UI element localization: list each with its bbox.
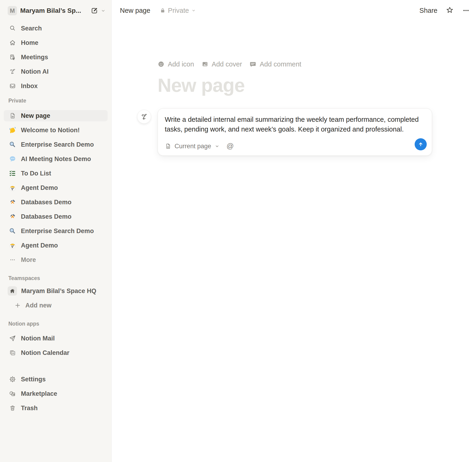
magnifier-emoji-icon bbox=[9, 227, 16, 235]
sidebar-item-label: Databases Demo bbox=[21, 199, 72, 206]
hammer-and-pick-icon bbox=[9, 198, 16, 206]
sidebar-item-agent-demo[interactable]: Agent Demo bbox=[4, 182, 108, 193]
meetings-icon bbox=[9, 53, 16, 61]
sidebar-item-databases-demo-2[interactable]: Databases Demo bbox=[4, 211, 108, 222]
sidebar-item-enterprise-search[interactable]: Enterprise Search Demo bbox=[4, 139, 108, 150]
privacy-label: Private bbox=[168, 7, 189, 14]
sidebar-item-label: Notion AI bbox=[21, 68, 49, 75]
sidebar-item-label: More bbox=[21, 256, 36, 264]
teamspaces-section-label: Teamspaces bbox=[8, 275, 111, 282]
inbox-icon bbox=[9, 82, 16, 90]
page-content: Add icon Add cover Add comment New page bbox=[111, 21, 432, 156]
search-icon bbox=[9, 25, 16, 32]
send-button[interactable] bbox=[415, 138, 427, 150]
shapes-icon bbox=[9, 390, 16, 397]
add-cover-button[interactable]: Add cover bbox=[202, 60, 242, 68]
sidebar-item-label: Trash bbox=[21, 405, 38, 412]
sidebar-item-agent-demo-2[interactable]: Agent Demo bbox=[4, 240, 108, 251]
sidebar-item-more[interactable]: More bbox=[4, 254, 108, 265]
plus-icon bbox=[15, 302, 21, 308]
add-comment-button[interactable]: Add comment bbox=[249, 60, 301, 68]
page-icon bbox=[165, 143, 171, 150]
favorite-star-icon[interactable] bbox=[446, 7, 454, 14]
sidebar-item-notion-calendar[interactable]: 26 Notion Calendar bbox=[4, 347, 108, 358]
notion-ai-face-icon bbox=[137, 110, 151, 124]
page-action-row: Add icon Add cover Add comment bbox=[158, 60, 432, 68]
sidebar-item-label: Notion Calendar bbox=[21, 349, 69, 356]
add-new-teamspace-button[interactable]: Add new bbox=[4, 300, 108, 311]
sidebar-item-notion-mail[interactable]: Notion Mail bbox=[4, 333, 108, 344]
notion-apps-section-label: Notion apps bbox=[8, 320, 111, 327]
sidebar-item-label: Welcome to Notion! bbox=[21, 127, 80, 134]
chevron-down-icon bbox=[191, 8, 196, 13]
sidebar-item-new-page[interactable]: New page bbox=[4, 110, 108, 121]
ai-prompt-area: Write a detailed internal email summariz… bbox=[158, 108, 432, 156]
ai-prompt-text[interactable]: Write a detailed internal email summariz… bbox=[165, 115, 424, 134]
sidebar-item-label: Notion Mail bbox=[21, 335, 55, 342]
more-options-icon[interactable] bbox=[462, 7, 470, 14]
sidebar-item-todo-list[interactable]: To Do List bbox=[4, 168, 108, 179]
workspace-switcher[interactable]: M Maryam Bilal’s Sp... bbox=[8, 5, 106, 16]
compose-icon[interactable] bbox=[90, 7, 98, 15]
sidebar-item-trash[interactable]: Trash bbox=[4, 403, 108, 414]
paper-plane-icon bbox=[9, 335, 16, 342]
sidebar-item-label: Enterprise Search Demo bbox=[21, 141, 94, 148]
sidebar-item-label: Enterprise Search Demo bbox=[21, 227, 94, 235]
sidebar-item-notion-ai[interactable]: Notion AI bbox=[4, 66, 108, 77]
main-area: New page Private Share bbox=[111, 0, 476, 462]
add-comment-label: Add comment bbox=[260, 60, 301, 68]
private-section-label: Private bbox=[8, 97, 111, 104]
sidebar-item-home[interactable]: Home bbox=[4, 37, 108, 48]
calendar-icon: 26 bbox=[9, 349, 16, 356]
mention-icon[interactable]: @ bbox=[227, 142, 234, 150]
sidebar: M Maryam Bilal’s Sp... Search bbox=[0, 0, 111, 462]
home-icon bbox=[9, 39, 16, 46]
ai-prompt-card[interactable]: Write a detailed internal email summariz… bbox=[158, 108, 432, 156]
privacy-dropdown[interactable]: Private bbox=[160, 7, 196, 14]
sidebar-item-label: Home bbox=[21, 39, 38, 46]
sidebar-item-inbox[interactable]: Inbox bbox=[4, 80, 108, 92]
sidebar-item-label: Meetings bbox=[21, 54, 48, 61]
sidebar-item-label: To Do List bbox=[21, 170, 51, 177]
checklist-icon bbox=[9, 170, 16, 177]
sidebar-item-label: Maryam Bilal’s Space HQ bbox=[21, 287, 96, 295]
sidebar-item-label: Settings bbox=[21, 376, 46, 383]
arrow-up-icon bbox=[417, 141, 424, 148]
waving-hand-icon bbox=[9, 126, 16, 134]
sidebar-item-databases-demo[interactable]: Databases Demo bbox=[4, 197, 108, 208]
sidebar-item-settings[interactable]: Settings bbox=[4, 374, 108, 385]
breadcrumb-page-title[interactable]: New page bbox=[120, 7, 150, 14]
page-title-placeholder[interactable]: New page bbox=[158, 74, 432, 97]
sidebar-item-label: Marketplace bbox=[21, 390, 57, 397]
sidebar-item-label: Search bbox=[21, 25, 42, 32]
sidebar-item-label: New page bbox=[21, 112, 50, 119]
add-icon-label: Add icon bbox=[168, 60, 194, 68]
add-cover-label: Add cover bbox=[212, 60, 242, 68]
chevron-down-icon[interactable] bbox=[214, 144, 220, 149]
comment-icon bbox=[249, 61, 256, 68]
sidebar-item-label: Agent Demo bbox=[21, 184, 58, 192]
topbar: New page Private Share bbox=[111, 0, 476, 21]
share-button[interactable]: Share bbox=[419, 7, 437, 14]
svg-text:26: 26 bbox=[12, 352, 14, 354]
agent-hardhat-icon bbox=[9, 242, 16, 249]
page-icon bbox=[9, 112, 16, 119]
sidebar-item-ai-meeting-notes[interactable]: AI Meeting Notes Demo bbox=[4, 153, 108, 165]
chevron-down-icon[interactable] bbox=[101, 8, 106, 13]
scope-selector-label[interactable]: Current page bbox=[175, 143, 211, 150]
notion-ai-face-icon bbox=[9, 68, 16, 75]
sidebar-item-label: Inbox bbox=[21, 83, 38, 90]
sidebar-item-meetings[interactable]: Meetings bbox=[4, 52, 108, 63]
add-icon-button[interactable]: Add icon bbox=[158, 60, 194, 68]
sidebar-item-label: Agent Demo bbox=[21, 242, 58, 249]
sidebar-item-label: AI Meeting Notes Demo bbox=[21, 155, 91, 163]
lock-icon bbox=[160, 8, 166, 14]
sidebar-item-welcome[interactable]: Welcome to Notion! bbox=[4, 125, 108, 136]
hammer-and-pick-icon bbox=[9, 213, 16, 220]
sidebar-item-marketplace[interactable]: Marketplace bbox=[4, 388, 108, 399]
magnifier-emoji-icon bbox=[9, 141, 16, 148]
sidebar-item-teamspace-hq[interactable]: Maryam Bilal’s Space HQ bbox=[4, 285, 108, 296]
sidebar-item-enterprise-search-2[interactable]: Enterprise Search Demo bbox=[4, 226, 108, 236]
smiley-icon bbox=[158, 61, 165, 68]
sidebar-item-search[interactable]: Search bbox=[4, 23, 108, 34]
